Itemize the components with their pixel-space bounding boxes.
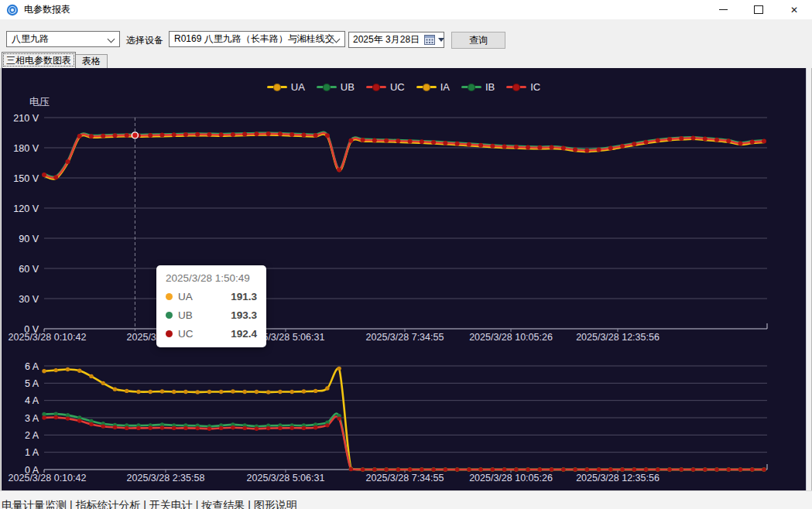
chart-tooltip: 2025/3/28 1:50:49 UA191.3UB193.3UC192.4 (156, 265, 266, 347)
svg-text:1 A: 1 A (25, 447, 39, 458)
legend-line-marker-icon (416, 84, 437, 91)
svg-text:6 A: 6 A (25, 361, 39, 372)
tooltip-row: UA191.3 (166, 291, 257, 302)
legend-line-marker-icon (267, 84, 287, 91)
legend: UAUBUCIAIBIC (2, 81, 806, 93)
voltage-chart[interactable]: 0 V30 V60 V90 V120 V150 V180 V210 V2025/… (9, 96, 767, 343)
series-dot-icon (166, 330, 173, 337)
device-select-value: R0169 八里九路（长丰路）与湘桂线交 (174, 32, 334, 46)
close-button[interactable]: ✕ (776, 0, 812, 19)
device-label: 选择设备 (126, 34, 163, 47)
svg-text:150 V: 150 V (13, 173, 39, 184)
svg-text:电压: 电压 (29, 96, 50, 108)
svg-text:30 V: 30 V (19, 294, 39, 305)
legend-line-marker-icon (461, 84, 481, 91)
svg-text:3 A: 3 A (25, 413, 39, 424)
legend-line-marker-icon (317, 84, 337, 91)
minimize-icon (719, 9, 728, 10)
chart-panel: UAUBUCIAIBIC 0 V30 V60 V90 V120 V150 V18… (2, 68, 807, 490)
svg-text:2025/3/28 0:10:42: 2025/3/28 0:10:42 (9, 332, 87, 343)
legend-label: UC (390, 81, 405, 93)
legend-line-marker-icon (366, 84, 386, 91)
area-select[interactable]: 八里九路 (6, 31, 120, 47)
dropdown-arrow-icon (438, 38, 444, 42)
svg-text:4 A: 4 A (25, 395, 39, 406)
svg-text:2025/3/28 7:34:55: 2025/3/28 7:34:55 (366, 473, 444, 483)
tooltip-series-value: 192.4 (231, 328, 257, 340)
svg-text:210 V: 210 V (13, 113, 39, 124)
legend-item-UC[interactable]: UC (366, 81, 405, 93)
window-controls: ✕ (705, 0, 812, 19)
tooltip-series-label: UB (178, 309, 193, 321)
tooltip-timestamp: 2025/3/28 1:50:49 (166, 272, 257, 284)
series-dot-icon (166, 312, 173, 319)
legend-item-UA[interactable]: UA (267, 81, 305, 93)
legend-label: UA (291, 81, 305, 93)
svg-text:2025/3/28 12:35:56: 2025/3/28 12:35:56 (576, 473, 660, 483)
tab-bar: 三相电参数图表 表格 (0, 52, 812, 68)
close-icon: ✕ (790, 5, 798, 15)
series-dot-icon (166, 293, 173, 300)
svg-text:2025/3/28 10:05:26: 2025/3/28 10:05:26 (469, 473, 553, 483)
tooltip-series-label: UA (178, 291, 193, 302)
legend-item-IB[interactable]: IB (461, 81, 495, 93)
svg-text:2025/3/28 5:06:31: 2025/3/28 5:06:31 (247, 473, 325, 483)
maximize-button[interactable] (741, 0, 776, 19)
svg-text:120 V: 120 V (13, 203, 39, 214)
legend-label: IA (440, 81, 450, 93)
svg-text:2 A: 2 A (25, 430, 39, 441)
tab-table[interactable]: 表格 (75, 54, 108, 68)
legend-line-marker-icon (506, 84, 526, 91)
legend-label: UB (341, 81, 355, 93)
app-window: { "window": { "title": "电参数报表", "control… (0, 0, 812, 509)
tooltip-series-value: 193.3 (231, 309, 257, 321)
legend-label: IC (530, 81, 540, 93)
calendar-icon (424, 35, 435, 45)
query-button[interactable]: 查询 (451, 32, 505, 49)
device-select[interactable]: R0169 八里九路（长丰路）与湘桂线交 (169, 31, 345, 47)
tab-three-phase-chart[interactable]: 三相电参数图表 (2, 52, 76, 68)
app-icon (6, 4, 19, 16)
minimize-button[interactable] (705, 0, 741, 19)
date-picker[interactable]: 2025年 3月28日 (348, 32, 444, 48)
window-title: 电参数报表 (24, 3, 70, 16)
bottom-strip: 电量计量监测 | 指标统计分析 | 开关电计 | 按查结果 | 图形说明 (0, 490, 812, 509)
tooltip-series-value: 191.3 (231, 291, 257, 302)
svg-text:2025/3/28 0:10:42: 2025/3/28 0:10:42 (9, 473, 87, 483)
svg-text:180 V: 180 V (13, 143, 39, 154)
maximize-icon (754, 5, 763, 14)
legend-item-IA[interactable]: IA (416, 81, 450, 93)
bottom-strip-clipped-text: 电量计量监测 | 指标统计分析 | 开关电计 | 按查结果 | 图形说明 (2, 499, 297, 509)
svg-text:2025/3/28 2:35:58: 2025/3/28 2:35:58 (127, 473, 205, 483)
current-chart[interactable]: 0 A1 A2 A3 A4 A5 A6 A2025/3/28 0:10:4220… (9, 361, 767, 484)
legend-item-IC[interactable]: IC (506, 81, 540, 93)
svg-text:2025/3/28 12:35:56: 2025/3/28 12:35:56 (576, 332, 660, 343)
legend-label: IB (485, 81, 495, 93)
svg-text:2025/3/28 7:34:55: 2025/3/28 7:34:55 (366, 332, 444, 343)
tooltip-row: UB193.3 (166, 309, 257, 321)
chevron-down-icon (108, 36, 115, 43)
charts-canvas[interactable]: 0 V30 V60 V90 V120 V150 V180 V210 V2025/… (2, 68, 806, 490)
svg-text:90 V: 90 V (19, 234, 39, 244)
title-bar: 电参数报表 ✕ (0, 0, 812, 19)
svg-text:60 V: 60 V (19, 264, 39, 275)
area-select-value: 八里九路 (12, 32, 49, 46)
tooltip-row: UC192.4 (166, 328, 257, 340)
svg-text:5 A: 5 A (25, 378, 39, 389)
date-picker-value: 2025年 3月28日 (353, 33, 420, 46)
svg-text:2025/3/28 10:05:26: 2025/3/28 10:05:26 (469, 332, 553, 343)
legend-item-UB[interactable]: UB (317, 81, 355, 93)
tooltip-series-label: UC (178, 328, 194, 340)
